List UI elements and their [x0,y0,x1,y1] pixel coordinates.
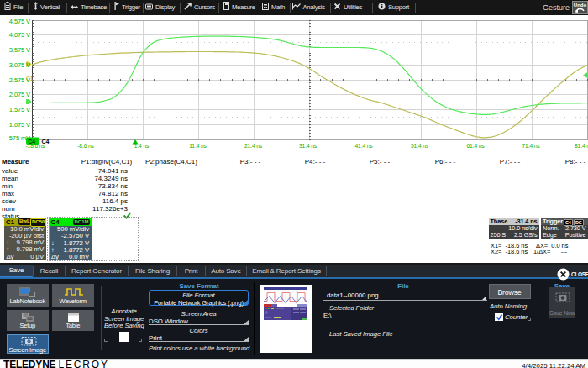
svg-text:2.575 V: 2.575 V [9,76,30,84]
svg-text:41.4 ns: 41.4 ns [355,143,374,149]
svg-text:575 mV: 575 mV [9,134,30,142]
svg-text:61.4 ns: 61.4 ns [467,143,486,149]
svg-text:4.075 V: 4.075 V [9,31,30,39]
svg-text:81.4 ns: 81.4 ns [575,143,588,149]
svg-text:-18.6 ns: -18.6 ns [25,143,45,149]
svg-text:4.575 V: 4.575 V [9,18,30,25]
svg-text:1.075 V: 1.075 V [9,121,30,129]
svg-text:3.575 V: 3.575 V [9,46,30,54]
svg-text:1.4 ns: 1.4 ns [134,143,150,149]
svg-text:-8.6 ns: -8.6 ns [77,143,94,149]
svg-text:71.4 ns: 71.4 ns [522,143,541,149]
svg-text:21.4 ns: 21.4 ns [244,143,263,149]
svg-text:11.4 ns: 11.4 ns [189,143,207,149]
svg-text:31.4 ns: 31.4 ns [299,143,318,149]
svg-text:51.4 ns: 51.4 ns [411,143,429,149]
svg-text:3.075 V: 3.075 V [9,61,30,69]
svg-text:2.075 V: 2.075 V [9,91,30,98]
svg-text:1.575 V: 1.575 V [9,106,30,113]
